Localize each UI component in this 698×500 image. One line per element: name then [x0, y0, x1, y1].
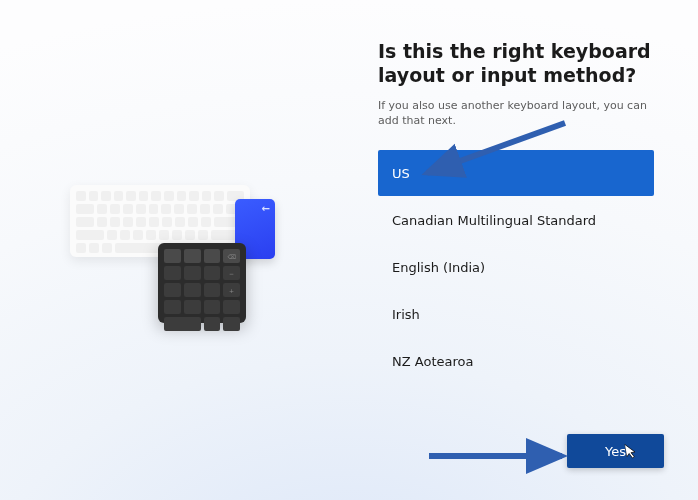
layout-option-nz-aotearoa[interactable]: NZ Aotearoa [378, 338, 654, 384]
layout-option-label: US [392, 166, 410, 181]
layout-option-irish[interactable]: Irish [378, 291, 654, 337]
layout-option-us[interactable]: US [378, 150, 654, 196]
numpad-icon: ⌫ − + [158, 243, 246, 323]
page-subtitle: If you also use another keyboard layout,… [378, 98, 658, 129]
layout-option-label: NZ Aotearoa [392, 354, 473, 369]
layout-option-english-india[interactable]: English (India) [378, 244, 654, 290]
layout-option-scottish-gaelic[interactable]: Scottish Gaelic [378, 385, 654, 398]
layout-option-canadian-multilingual[interactable]: Canadian Multilingual Standard [378, 197, 654, 243]
page-title: Is this the right keyboard layout or inp… [378, 40, 658, 88]
yes-button[interactable]: Yes [567, 434, 664, 468]
layout-option-label: English (India) [392, 260, 485, 275]
layout-option-label: Canadian Multilingual Standard [392, 213, 596, 228]
yes-button-label: Yes [605, 444, 626, 459]
annotation-arrow-bottom [427, 446, 587, 470]
keyboard-layout-list: US Canadian Multilingual Standard Englis… [378, 150, 654, 398]
layout-option-label: Irish [392, 307, 420, 322]
keyboard-illustration: ⌫ − + [70, 185, 290, 345]
